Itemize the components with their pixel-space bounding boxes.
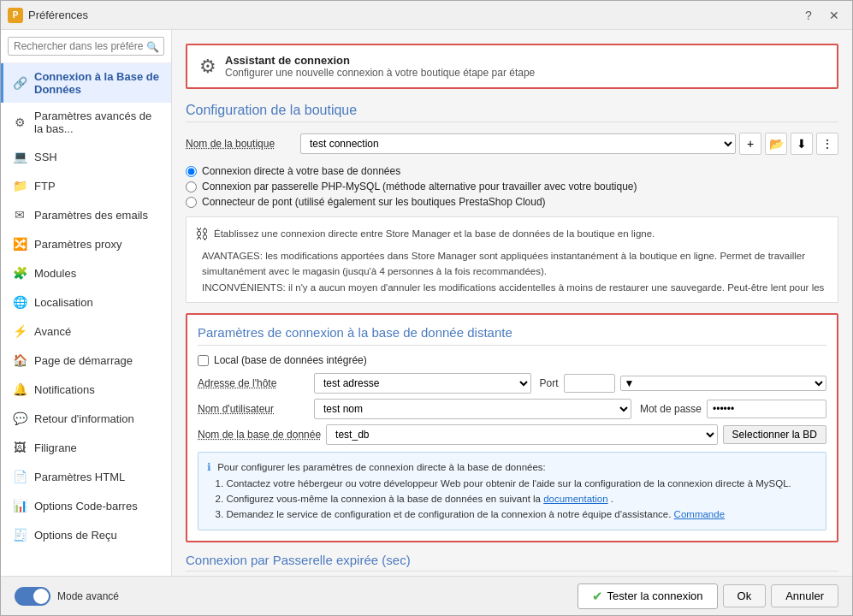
radio-bridge-input[interactable] [186,197,197,208]
assistant-title: Assistant de connexion [225,54,535,67]
search-input[interactable] [8,37,164,56]
add-boutique-button[interactable]: + [739,133,761,155]
check-icon: ✔ [592,589,603,604]
db-info-line-4: 3. Demandez le service de configuration … [216,509,725,519]
search-icon: 🔍 [146,41,159,53]
remote-db-title: Paramètres de connexion à la base de don… [198,325,826,346]
test-connection-button[interactable]: ✔ Tester la connexion [578,583,718,609]
host-label: Adresse de l'hôte [198,377,309,389]
port-input[interactable]: 3306 [564,374,615,393]
order-link[interactable]: Commande [674,509,725,519]
password-label: Mot de passe [640,403,702,415]
localisation-icon: 🌐 [12,294,27,310]
radio-direct-input[interactable] [186,166,197,177]
download-button[interactable]: ⬇ [791,133,813,155]
close-button[interactable]: ✕ [823,6,845,25]
watermark-icon: 🖼 [12,440,27,455]
sidebar-label-html-params: Paramètres HTML [34,471,125,483]
db-info-line-3: 2. Configurez vous-même la connexion à l… [216,494,613,504]
sidebar-label-advanced-params: Paramètres avancés de la bas... [34,110,163,135]
cancel-button[interactable]: Annuler [771,584,838,607]
receipt-icon: 🧾 [12,527,27,542]
chain-icon: ⛓ [195,224,209,245]
assistant-banner: ⚙ Assistant de connexion Configurer une … [186,44,838,89]
sidebar-item-html-params[interactable]: 📄 Paramètres HTML [1,462,171,491]
remote-db-section: Paramètres de connexion à la base de don… [186,313,838,542]
host-row: Adresse de l'hôte test adresse Port 3306… [198,373,826,394]
advantages-text: AVANTAGES: les modifications apportées d… [195,248,829,295]
port-select-arrow[interactable]: ▼ [620,376,827,391]
more-options-button[interactable]: ⋮ [816,133,838,155]
info-text: Établissez une connexion directe entre S… [214,227,655,241]
sidebar-item-watermark[interactable]: 🖼 Filigrane [1,433,171,462]
radio-bridge: Connecteur de pont (utilisé également su… [186,196,838,208]
sidebar-item-feedback[interactable]: 💬 Retour d'information [1,404,171,433]
sidebar-label-advanced: Avancé [34,325,71,338]
db-name-row: Nom de la base de donnée test_db Selecti… [198,424,826,445]
port-label: Port [540,377,559,389]
radio-gateway-input[interactable] [186,181,197,192]
action-buttons: ✔ Tester la connexion Ok Annuler [578,583,838,609]
db-info-box: ℹ Pour configurer les paramètres de conn… [198,452,826,530]
sidebar-item-localisation[interactable]: 🌐 Localisation [1,287,171,317]
connection-info-section: ⛓ Établissez une connexion directe entre… [186,216,838,303]
sidebar-item-notifications[interactable]: 🔔 Notifications [1,375,171,404]
main-window: P Préférences ? ✕ 🔍 🔗 Connexion à la Bas… [0,0,853,616]
sidebar-item-proxy-params[interactable]: 🔀 Paramètres proxy [1,229,171,258]
ok-button[interactable]: Ok [723,584,767,607]
sidebar-label-watermark: Filigrane [34,441,77,454]
sidebar-item-ftp[interactable]: 📁 FTP [1,171,171,200]
sidebar-item-modules[interactable]: 🧩 Modules [1,258,171,287]
barcode-icon: 📊 [12,498,27,513]
host-select[interactable]: test adresse [314,373,531,394]
start-page-icon: 🏠 [12,352,27,368]
sidebar-item-start-page[interactable]: 🏠 Page de démarrage [1,346,171,375]
test-btn-label: Tester la connexion [607,589,703,602]
sidebar-item-ssh[interactable]: 💻 SSH [1,142,171,171]
html-params-icon: 📄 [12,469,27,484]
gateway-section: Connexion par Passerelle expirée (sec) S… [186,553,838,576]
user-select[interactable]: test nom [314,399,631,419]
sidebar: 🔍 🔗 Connexion à la Base de Données ⚙ Par… [1,30,172,576]
connection-type-radio-group: Connexion directe à votre base de donnée… [186,165,838,208]
sidebar-item-receipt[interactable]: 🧾 Options de Reçu [1,520,171,549]
advanced-icon: ⚡ [12,323,27,339]
sidebar-label-feedback: Retour d'information [34,412,134,425]
radio-direct-label: Connexion directe à votre base de donnée… [202,165,400,177]
info-icon: ℹ [207,462,211,472]
advanced-mode-toggle[interactable] [15,587,50,606]
title-bar: P Préférences ? ✕ [1,1,852,30]
info-header: ⛓ Établissez une connexion directe entre… [195,224,829,245]
shop-config-section: Configuration de la boutique Nom de la b… [186,103,838,303]
gateway-title: Connexion par Passerelle expirée (sec) [186,553,838,572]
sidebar-item-advanced-params[interactable]: ⚙ Paramètres avancés de la bas... [1,103,171,142]
mode-label: Mode avancé [57,590,119,602]
select-db-button[interactable]: Selectionner la BD [723,425,826,444]
sidebar-item-barcode[interactable]: 📊 Options Code-barres [1,491,171,520]
ftp-icon: 📁 [12,178,27,193]
sidebar-label-connection: Connexion à la Base de Données [34,70,163,96]
help-button[interactable]: ? [797,6,820,25]
sidebar-label-notifications: Notifications [34,383,95,396]
modules-icon: 🧩 [12,265,27,281]
sidebar-item-connection[interactable]: 🔗 Connexion à la Base de Données [1,63,171,103]
proxy-icon: 🔀 [12,236,27,252]
boutique-label: Nom de la boutique [186,138,297,150]
user-row: Nom d'utilisateur test nom Mot de passe [198,399,826,419]
db-select[interactable]: test_db [326,424,718,445]
advanced-params-icon: ⚙ [12,115,27,130]
boutique-select[interactable]: test connection [300,133,736,154]
search-wrap: 🔍 [8,37,164,56]
window-title: Préférences [28,9,797,21]
search-box-container: 🔍 [1,30,171,63]
open-folder-button[interactable]: 📂 [765,133,787,155]
doc-link[interactable]: documentation [543,494,607,504]
shop-config-title: Configuration de la boutique [186,103,838,122]
local-checkbox[interactable] [198,355,209,366]
sidebar-item-advanced[interactable]: ⚡ Avancé [1,317,171,346]
password-input[interactable] [707,400,826,418]
sidebar-label-barcode: Options Code-barres [34,500,138,512]
content-area: ⚙ Assistant de connexion Configurer une … [172,30,852,576]
db-info-line-2: 1. Contactez votre hébergeur ou votre dé… [216,478,791,489]
sidebar-item-email-params[interactable]: ✉ Paramètres des emails [1,200,171,229]
